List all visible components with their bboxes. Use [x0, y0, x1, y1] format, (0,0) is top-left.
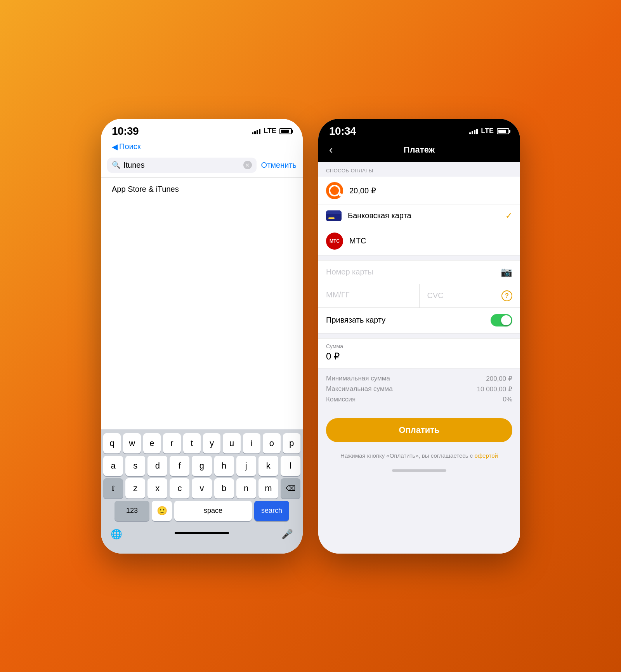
key-m[interactable]: m	[258, 478, 278, 498]
max-value: 10 000,00 ₽	[477, 385, 512, 393]
keyboard-bottom-row: 🌐 🎤	[103, 523, 300, 551]
payment-methods-list: 20,00 ₽ Банковская карта ✓ МТС МТС	[318, 177, 520, 255]
limit-row-max: Максимальная сумма 10 000,00 ₽	[326, 385, 512, 393]
commission-label: Комиссия	[326, 396, 356, 403]
agreement-link[interactable]: офертой	[474, 452, 498, 459]
key-d[interactable]: d	[147, 456, 167, 476]
keyboard-row-1: q w e r t y u i o p	[103, 433, 300, 453]
amount-value[interactable]: 0 ₽	[326, 351, 512, 362]
key-e[interactable]: e	[143, 433, 161, 453]
qiwi-ring	[329, 185, 340, 196]
form-section: Номер карты 📷 ММ/ГГ CVC ? Привязать карт…	[318, 260, 520, 333]
globe-icon[interactable]: 🌐	[107, 525, 126, 544]
result-item-appstore[interactable]: App Store & iTunes	[101, 178, 303, 201]
key-g[interactable]: g	[192, 456, 212, 476]
clear-button[interactable]: ✕	[243, 161, 252, 169]
key-p[interactable]: p	[283, 433, 300, 453]
bank-card-label: Банковская карта	[348, 211, 499, 220]
status-bar-left: 10:39 LTE	[101, 119, 303, 141]
expiry-cvc-row: ММ/ГГ CVC ?	[318, 284, 520, 308]
amount-section: Сумма 0 ₽	[318, 338, 520, 368]
back-chevron-left: ◀	[112, 142, 118, 151]
key-i[interactable]: i	[243, 433, 260, 453]
save-card-toggle[interactable]	[491, 314, 512, 326]
key-space[interactable]: space	[174, 501, 252, 521]
bank-card-icon	[326, 210, 342, 221]
key-u[interactable]: u	[223, 433, 240, 453]
key-numbers[interactable]: 123	[114, 501, 149, 521]
search-input-text[interactable]: Itunes	[123, 161, 240, 170]
lte-label-right: LTE	[481, 127, 494, 135]
key-t[interactable]: t	[183, 433, 201, 453]
camera-icon[interactable]: 📷	[501, 267, 512, 278]
key-h[interactable]: h	[214, 456, 234, 476]
save-card-row: Привязать карту	[318, 308, 520, 333]
key-shift[interactable]: ⇧	[103, 478, 123, 498]
commission-value: 0%	[503, 396, 512, 403]
cancel-button[interactable]: Отменить	[261, 161, 297, 170]
key-s[interactable]: s	[125, 456, 145, 476]
payment-method-qiwi[interactable]: 20,00 ₽	[318, 177, 520, 205]
time-left: 10:39	[112, 125, 139, 137]
payment-title: Платеж	[404, 145, 435, 155]
keyboard-row-2: a s d f g h j k l	[103, 456, 300, 476]
battery-fill-left	[281, 130, 289, 133]
signal-bars-right	[469, 128, 478, 134]
bank-card-stripe	[328, 217, 335, 219]
payment-method-mts[interactable]: МТС МТС	[318, 227, 520, 255]
signal-bars-left	[252, 128, 260, 134]
payment-method-bank-card[interactable]: Банковская карта ✓	[318, 205, 520, 227]
payment-back-button[interactable]: ‹	[329, 144, 333, 156]
key-w[interactable]: w	[123, 433, 141, 453]
key-c[interactable]: c	[170, 478, 189, 498]
agreement-text: Нажимая кнопку «Оплатить», вы соглашаете…	[318, 448, 520, 468]
microphone-icon[interactable]: 🎤	[278, 525, 297, 544]
key-emoji[interactable]: 🙂	[152, 501, 172, 521]
cvc-field[interactable]: CVC ?	[420, 284, 520, 307]
key-search[interactable]: search	[254, 501, 289, 521]
key-q[interactable]: q	[103, 433, 121, 453]
key-b[interactable]: b	[214, 478, 234, 498]
payment-section-header: СПОСОБ ОПЛАТЫ	[318, 162, 520, 177]
search-input-wrap[interactable]: 🔍 Itunes ✕	[107, 158, 257, 173]
key-n[interactable]: n	[236, 478, 256, 498]
mts-icon: МТС	[326, 233, 343, 250]
key-r[interactable]: r	[163, 433, 180, 453]
pay-button[interactable]: Оплатить	[326, 418, 512, 442]
lte-label-left: LTE	[264, 127, 276, 135]
key-a[interactable]: a	[103, 456, 123, 476]
back-nav-left[interactable]: ◀ Поиск	[101, 141, 303, 155]
key-delete[interactable]: ⌫	[281, 478, 300, 498]
payment-header: ‹ Платеж	[318, 141, 520, 162]
expiry-field[interactable]: ММ/ГГ	[318, 284, 420, 307]
limit-row-min: Минимальная сумма 200,00 ₽	[326, 375, 512, 383]
key-z[interactable]: z	[125, 478, 145, 498]
card-number-field[interactable]: Номер карты 📷	[318, 260, 520, 284]
left-phone: 10:39 LTE ◀ Поиск 🔍 Itunes ✕ Отменить Ap…	[101, 119, 303, 554]
card-number-placeholder: Номер карты	[326, 267, 373, 276]
battery-right	[497, 128, 509, 134]
key-v[interactable]: v	[192, 478, 212, 498]
cvc-info-icon[interactable]: ?	[501, 290, 512, 301]
status-icons-left: LTE	[252, 127, 292, 135]
status-bar-right: 10:34 LTE	[318, 119, 520, 141]
back-label-left: Поиск	[119, 142, 141, 151]
search-results: App Store & iTunes	[101, 178, 303, 429]
limits-section: Минимальная сумма 200,00 ₽ Максимальная …	[318, 368, 520, 412]
key-l[interactable]: l	[281, 456, 300, 476]
keyboard-row-4: 123 🙂 space search	[103, 501, 300, 521]
key-j[interactable]: j	[236, 456, 256, 476]
expiry-placeholder: ММ/ГГ	[326, 290, 350, 299]
limit-row-commission: Комиссия 0%	[326, 396, 512, 403]
key-y[interactable]: y	[203, 433, 220, 453]
key-k[interactable]: k	[258, 456, 278, 476]
min-value: 200,00 ₽	[486, 375, 512, 383]
search-bar-container: 🔍 Itunes ✕ Отменить	[101, 155, 303, 178]
agreement-prefix: Нажимая кнопку «Оплатить», вы соглашаете…	[340, 452, 474, 459]
key-o[interactable]: o	[263, 433, 280, 453]
key-f[interactable]: f	[170, 456, 189, 476]
keyboard-row-3: ⇧ z x c v b n m ⌫	[103, 478, 300, 498]
key-x[interactable]: x	[147, 478, 167, 498]
home-indicator-left	[175, 532, 229, 534]
mts-label: МТС	[349, 236, 512, 245]
